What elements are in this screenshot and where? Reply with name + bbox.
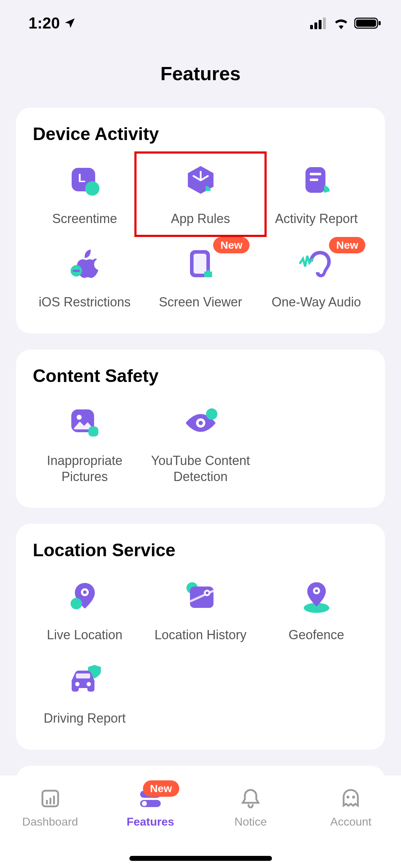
feature-driving-report[interactable]: Driving Report: [29, 657, 141, 730]
tab-label: Account: [330, 815, 372, 828]
svg-rect-12: [310, 179, 318, 181]
tab-features[interactable]: New Features: [100, 786, 200, 828]
svg-rect-38: [50, 798, 51, 804]
section-content-safety: Content Safety Inappropriate Pictures: [16, 350, 385, 508]
svg-rect-3: [323, 17, 326, 29]
svg-point-33: [75, 682, 79, 686]
feature-label: Location History: [154, 627, 246, 643]
section-location-service: Location Service Live Location: [16, 524, 385, 750]
svg-rect-0: [310, 25, 313, 29]
section-title: Content Safety: [29, 366, 372, 386]
new-badge: New: [213, 237, 250, 253]
tab-label: Dashboard: [22, 815, 78, 828]
feature-ios-restrictions[interactable]: iOS Restrictions: [29, 241, 141, 314]
feature-live-location[interactable]: Live Location: [29, 574, 141, 647]
section-title: Device Activity: [29, 124, 372, 144]
content-safety-grid: Inappropriate Pictures YouTube Content D…: [29, 400, 372, 488]
svg-rect-11: [310, 173, 321, 175]
svg-point-21: [199, 421, 203, 425]
location-arrow-icon: [63, 17, 76, 30]
svg-rect-5: [356, 20, 376, 27]
svg-point-9: [85, 181, 99, 196]
map-pin-icon: [181, 578, 220, 617]
svg-rect-37: [46, 800, 48, 804]
apple-restriction-icon: [65, 245, 104, 284]
svg-point-29: [206, 591, 209, 594]
section-device-activity: Device Activity L Screentime: [16, 108, 385, 334]
feature-label: App Rules: [171, 211, 230, 227]
feature-label: Screen Viewer: [159, 294, 242, 310]
svg-point-32: [315, 589, 318, 592]
svg-rect-1: [314, 22, 317, 29]
document-lines-icon: [297, 161, 336, 201]
svg-point-22: [206, 408, 217, 420]
home-indicator[interactable]: [129, 856, 272, 861]
tablet-camera-icon: [181, 245, 220, 284]
feature-label: Screentime: [52, 211, 117, 227]
feature-location-history[interactable]: Location History: [144, 574, 257, 647]
svg-point-24: [83, 590, 87, 594]
svg-rect-2: [319, 20, 322, 29]
tab-label: Notice: [235, 815, 267, 828]
cellular-signal-icon: [310, 17, 328, 29]
tab-notice[interactable]: Notice: [201, 786, 301, 828]
svg-rect-35: [76, 673, 90, 678]
svg-point-18: [77, 415, 82, 420]
feature-label: One-Way Audio: [272, 294, 361, 310]
feature-label: iOS Restrictions: [38, 294, 130, 310]
feature-label: Driving Report: [43, 710, 125, 727]
status-time: 1:20: [29, 14, 60, 32]
svg-point-45: [352, 796, 355, 799]
feature-label: YouTube Content Detection: [146, 453, 255, 485]
feature-label: Inappropriate Pictures: [30, 453, 139, 485]
pin-zone-icon: [297, 578, 336, 617]
feature-one-way-audio[interactable]: New One-Way Audio: [260, 241, 372, 314]
pin-live-icon: [65, 578, 104, 617]
svg-rect-14: [73, 270, 80, 272]
tab-label: Features: [127, 815, 174, 828]
svg-point-44: [346, 796, 349, 799]
clock-square-icon: L: [65, 161, 104, 201]
ear-wave-icon: [297, 245, 336, 284]
new-badge: New: [329, 237, 365, 253]
tab-dashboard[interactable]: Dashboard: [0, 786, 100, 828]
feature-label: Live Location: [47, 627, 122, 643]
device-activity-grid: L Screentime App Rules: [29, 158, 372, 314]
status-left: 1:20: [29, 14, 76, 32]
tab-bar: Dashboard New Features Notice: [0, 775, 401, 868]
new-badge: New: [143, 780, 179, 797]
svg-point-34: [87, 682, 91, 686]
feature-label: Geofence: [288, 627, 344, 643]
section-title: Location Service: [29, 540, 372, 560]
tab-account[interactable]: Account: [301, 786, 401, 828]
feature-screentime[interactable]: L Screentime: [29, 158, 141, 231]
cube-icon: [181, 161, 220, 201]
page-title: Features: [0, 62, 401, 84]
image-flag-icon: [65, 403, 104, 443]
svg-rect-6: [379, 21, 381, 25]
status-bar: 1:20: [0, 0, 401, 36]
feature-screen-viewer[interactable]: New Screen Viewer: [144, 241, 257, 314]
status-right: [310, 17, 381, 30]
calendar-bars-icon: [38, 786, 63, 811]
feature-inappropriate-pictures[interactable]: Inappropriate Pictures: [29, 400, 141, 488]
svg-rect-16: [194, 254, 206, 274]
svg-point-25: [71, 598, 82, 609]
feature-app-rules[interactable]: App Rules: [144, 158, 257, 231]
feature-activity-report[interactable]: Activity Report: [260, 158, 372, 231]
sections-container: Device Activity L Screentime: [0, 108, 401, 868]
ghost-icon: [338, 786, 363, 811]
car-shield-icon: [65, 661, 104, 700]
bell-icon: [238, 786, 263, 811]
feature-label: Activity Report: [275, 211, 358, 227]
location-service-grid: Live Location Location History: [29, 574, 372, 730]
svg-text:L: L: [78, 171, 86, 185]
eye-dot-icon: [181, 403, 220, 443]
feature-geofence[interactable]: Geofence: [260, 574, 372, 647]
svg-rect-39: [53, 796, 55, 804]
feature-youtube-content-detection[interactable]: YouTube Content Detection: [144, 400, 257, 488]
wifi-icon: [333, 17, 349, 29]
svg-point-43: [142, 801, 147, 806]
battery-icon: [354, 17, 381, 30]
svg-rect-19: [88, 427, 98, 436]
